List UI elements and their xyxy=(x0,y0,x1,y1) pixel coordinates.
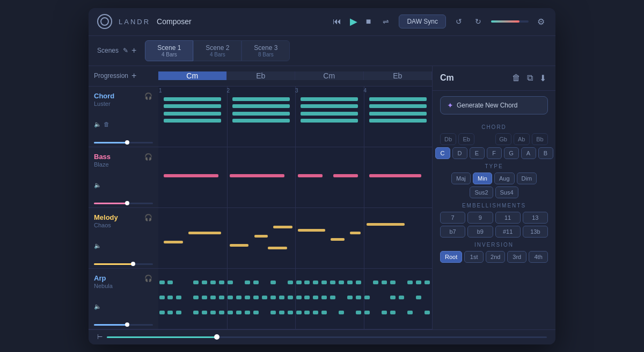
note-db[interactable]: Db xyxy=(440,133,456,145)
rewind-button[interactable]: ⏮ xyxy=(331,15,343,28)
embellish-13b[interactable]: 13b xyxy=(523,226,548,238)
type-sus2[interactable]: Sus2 xyxy=(470,186,493,198)
embellish-b9[interactable]: b9 xyxy=(467,226,493,238)
daw-sync-button[interactable]: DAW Sync xyxy=(399,15,446,28)
arp-note xyxy=(219,296,224,299)
scene-tab-3[interactable]: Scene 3 8 Bars xyxy=(241,40,290,61)
inv-1st[interactable]: 1st xyxy=(464,251,484,263)
track-name-row-chord: Chord 🎧 xyxy=(94,92,153,100)
inv-4th[interactable]: 4th xyxy=(529,251,548,263)
embellish-9[interactable]: 9 xyxy=(467,212,493,224)
volume-knob-arp[interactable] xyxy=(125,322,129,327)
note-c[interactable]: C xyxy=(435,147,450,159)
type-sus4[interactable]: Sus4 xyxy=(495,186,518,198)
undo-button[interactable]: ↺ xyxy=(452,15,465,28)
embellish-7[interactable]: 7 xyxy=(440,212,465,224)
note-f[interactable]: F xyxy=(487,147,502,159)
arp-note xyxy=(382,311,387,314)
track-headphones-arp[interactable]: 🎧 xyxy=(144,274,153,283)
timeline-bar[interactable] xyxy=(107,336,547,338)
volume-knob-chord[interactable] xyxy=(125,140,129,145)
track-preset-melody: Chaos xyxy=(94,222,153,228)
embellish-b7[interactable]: b7 xyxy=(440,226,465,238)
midi-button[interactable]: ⇌ xyxy=(379,15,392,28)
track-volume-slider-chord[interactable] xyxy=(94,142,153,143)
track-volume-slider-bass[interactable] xyxy=(94,203,153,204)
stop-button[interactable]: ■ xyxy=(364,15,374,28)
piano-roll-bass[interactable] xyxy=(158,147,432,207)
track-volume-slider-arp[interactable] xyxy=(94,324,153,326)
volume-knob-melody[interactable] xyxy=(131,262,135,266)
inv-3rd[interactable]: 3rd xyxy=(507,251,526,263)
type-maj[interactable]: Maj xyxy=(451,173,471,184)
track-row-chord: Chord 🎧 Luster 🔈 🗑 xyxy=(89,87,432,147)
arp-note xyxy=(202,311,207,314)
track-volume-slider-melody[interactable] xyxy=(94,263,153,265)
note-ab[interactable]: Ab xyxy=(514,133,530,145)
chord-cell-3[interactable]: Eb xyxy=(364,71,433,80)
arp-note xyxy=(407,281,413,284)
arp-note xyxy=(219,311,224,314)
track-icons-bass: 🔈 xyxy=(94,182,153,189)
piano-roll-chord[interactable]: 1 2 3 4 xyxy=(158,87,432,147)
note-eb[interactable]: Eb xyxy=(458,133,474,145)
scene-tab-1[interactable]: Scene 1 4 Bars xyxy=(145,40,193,61)
app-window: LANDR Composer ⏮ ▶ ■ ⇌ DAW Sync ↺ ↻ ⚙ Sc… xyxy=(89,8,555,344)
track-headphones-bass[interactable]: 🎧 xyxy=(144,153,153,161)
add-progression-button[interactable]: + xyxy=(131,71,136,81)
inv-root[interactable]: Root xyxy=(440,251,462,263)
note-empty xyxy=(477,133,493,145)
piano-roll-melody[interactable] xyxy=(158,208,432,268)
track-delete-chord[interactable]: 🗑 xyxy=(104,121,109,127)
note-d[interactable]: D xyxy=(452,147,467,159)
note-bb[interactable]: Bb xyxy=(532,133,548,145)
arp-note xyxy=(228,311,233,314)
redo-button[interactable]: ↻ xyxy=(472,15,485,28)
chord-cell-0[interactable]: Cm xyxy=(158,71,227,80)
arp-note xyxy=(167,311,173,314)
generate-chord-button[interactable]: ✦ Generate New Chord xyxy=(440,96,548,114)
note-a[interactable]: A xyxy=(521,147,536,159)
volume-knob-bass[interactable] xyxy=(125,201,129,205)
scene-edit-icon[interactable]: ✎ xyxy=(123,47,128,54)
type-dim[interactable]: Dim xyxy=(517,173,537,184)
arp-note xyxy=(176,296,181,299)
track-mute-arp[interactable]: 🔈 xyxy=(94,303,101,310)
arp-note xyxy=(219,281,224,284)
download-chord-button[interactable]: ⬇ xyxy=(538,71,548,85)
track-headphones-chord[interactable]: 🎧 xyxy=(144,92,153,100)
note-g[interactable]: G xyxy=(504,147,519,159)
play-button[interactable]: ▶ xyxy=(348,13,360,30)
type-min[interactable]: Min xyxy=(473,173,492,184)
track-mute-bass[interactable]: 🔈 xyxy=(94,182,101,189)
embellish-11[interactable]: 11 xyxy=(495,212,521,224)
delete-chord-button[interactable]: 🗑 xyxy=(510,71,522,84)
arp-note xyxy=(210,296,216,299)
piano-roll-arp[interactable] xyxy=(158,269,432,329)
track-mute-chord[interactable]: 🔈 xyxy=(94,121,101,128)
scene-tab-2[interactable]: Scene 2 4 Bars xyxy=(193,40,241,61)
add-scene-button[interactable]: + xyxy=(131,46,136,55)
arp-note xyxy=(159,311,165,314)
arp-note xyxy=(364,296,370,299)
track-name-row-bass: Bass 🎧 xyxy=(94,153,153,161)
settings-button[interactable]: ⚙ xyxy=(535,15,547,29)
track-headphones-melody[interactable]: 🎧 xyxy=(144,213,153,222)
embellish-13[interactable]: 13 xyxy=(523,212,548,224)
embellish-s11[interactable]: #11 xyxy=(495,226,521,238)
track-mute-melody[interactable]: 🔈 xyxy=(94,242,101,249)
note-gb[interactable]: Gb xyxy=(495,133,511,145)
copy-chord-button[interactable]: ⧉ xyxy=(525,71,535,84)
timeline-knob[interactable] xyxy=(214,334,219,340)
master-volume-bar[interactable] xyxy=(491,20,529,23)
type-aug[interactable]: Aug xyxy=(494,173,515,184)
inv-2nd[interactable]: 2nd xyxy=(486,251,505,263)
arp-note xyxy=(364,311,370,314)
note-b[interactable]: B xyxy=(538,147,553,159)
arp-note xyxy=(279,296,284,299)
note-e[interactable]: E xyxy=(470,147,485,159)
chord-cell-2[interactable]: Cm xyxy=(295,71,364,80)
arp-note xyxy=(382,281,387,284)
arp-note xyxy=(296,311,302,314)
chord-cell-1[interactable]: Eb xyxy=(227,71,296,80)
